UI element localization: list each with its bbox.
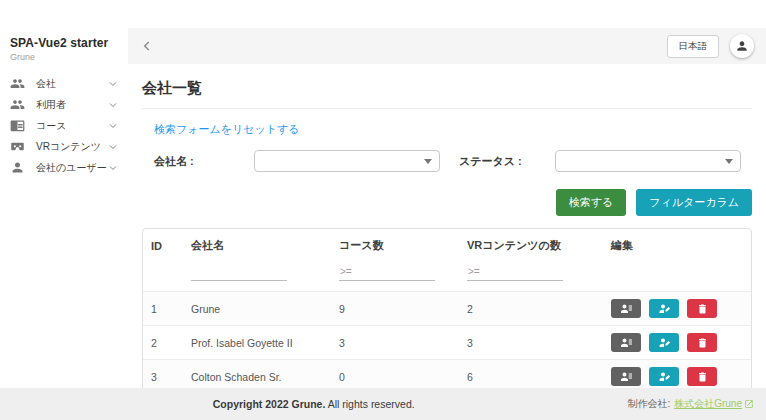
company-users-button[interactable] — [611, 333, 641, 352]
trash-icon — [696, 371, 709, 383]
copyright-rest: All rights reserved. — [325, 398, 414, 410]
cell-actions — [603, 326, 751, 360]
cell-company-name: Prof. Isabel Goyette II — [183, 326, 331, 360]
name-filter-input[interactable] — [191, 263, 287, 281]
sidebar-item-company[interactable]: 会社 — [10, 73, 118, 94]
course-count-filter-input[interactable] — [339, 263, 435, 281]
credit-label: 制作会社: — [627, 397, 670, 411]
vr-count-filter-input[interactable] — [467, 263, 563, 281]
cell-actions — [603, 360, 751, 389]
sidebar-item-users[interactable]: 利用者 — [10, 94, 118, 115]
search-button[interactable]: 検索する — [556, 189, 627, 216]
filter-columns-button[interactable]: フィルターカラム — [636, 189, 752, 216]
status-select[interactable] — [555, 150, 741, 172]
form-actions: 検索する フィルターカラム — [142, 189, 752, 216]
column-header-course-count: コース数 — [331, 229, 459, 261]
groups-icon — [10, 97, 25, 112]
avatar[interactable] — [730, 34, 754, 58]
cell-course-count: 9 — [331, 292, 459, 326]
sidebar-item-label: 会社のユーザー — [36, 161, 107, 175]
sidebar-item-label: VRコンテンツ — [36, 140, 101, 154]
book-icon — [10, 118, 25, 133]
cell-company-name: Colton Schaden Sr. — [183, 360, 331, 389]
sidebar-item-vr-contents[interactable]: VRコンテンツ — [10, 136, 118, 157]
table-filter-row — [143, 261, 751, 292]
edit-company-button[interactable] — [649, 367, 679, 386]
sidebar-item-course[interactable]: コース — [10, 115, 118, 136]
delete-company-button[interactable] — [687, 333, 717, 352]
user-list-icon — [620, 337, 633, 349]
cell-actions — [603, 292, 751, 326]
chevron-down-icon — [725, 159, 733, 164]
user-edit-icon — [658, 303, 671, 315]
chevron-down-icon — [108, 100, 118, 110]
cell-course-count: 3 — [331, 326, 459, 360]
column-header-edit: 編集 — [603, 229, 751, 261]
trash-icon — [696, 337, 709, 349]
language-button[interactable]: 日本語 — [667, 35, 720, 58]
cell-id: 1 — [143, 292, 183, 326]
companies-table: ID 会社名 コース数 VRコンテンツの数 編集 — [142, 228, 752, 388]
company-users-button[interactable] — [611, 299, 641, 318]
delete-company-button[interactable] — [687, 367, 717, 386]
back-chevron-icon[interactable] — [140, 39, 154, 53]
status-label: ステータス : — [447, 154, 555, 169]
page-title: 会社一覧 — [142, 76, 752, 109]
sidebar-item-label: 利用者 — [36, 98, 66, 112]
trash-icon — [696, 303, 709, 315]
sidebar-item-company-users[interactable]: 会社のユーザー — [10, 157, 118, 178]
delete-company-button[interactable] — [687, 299, 717, 318]
table-row: 2 Prof. Isabel Goyette II 3 3 — [143, 326, 751, 360]
user-edit-icon — [658, 371, 671, 383]
table-row: 3 Colton Schaden Sr. 0 6 — [143, 360, 751, 389]
sidebar-item-label: コース — [36, 119, 66, 133]
chevron-down-icon — [108, 121, 118, 131]
table-row: 1 Grune 9 2 — [143, 292, 751, 326]
topbar: 日本語 — [128, 28, 766, 64]
cell-course-count: 0 — [331, 360, 459, 389]
cell-vr-count: 2 — [459, 292, 603, 326]
credit-link[interactable]: 株式会社Grune — [674, 397, 754, 411]
app-title: SPA-Vue2 starter — [10, 36, 118, 50]
sidebar: SPA-Vue2 starter Grune 会社 利用者 コース — [0, 28, 128, 388]
cell-vr-count: 3 — [459, 326, 603, 360]
cell-id: 2 — [143, 326, 183, 360]
user-edit-icon — [658, 337, 671, 349]
vr-headset-icon — [10, 139, 25, 154]
company-users-button[interactable] — [611, 367, 641, 386]
chevron-down-icon — [108, 163, 118, 173]
edit-company-button[interactable] — [649, 333, 679, 352]
company-name-group: 会社名 : — [142, 150, 447, 172]
sidebar-item-label: 会社 — [36, 77, 56, 91]
chevron-down-icon — [108, 79, 118, 89]
table-header-row: ID 会社名 コース数 VRコンテンツの数 編集 — [143, 229, 751, 261]
company-name-select[interactable] — [254, 150, 440, 172]
company-name-label: 会社名 : — [142, 154, 254, 169]
sidebar-nav: 会社 利用者 コース VRコ — [10, 73, 118, 178]
column-header-company-name: 会社名 — [183, 229, 331, 261]
groups-icon — [10, 76, 25, 91]
column-header-vr-count: VRコンテンツの数 — [459, 229, 603, 261]
credit-link-text: 株式会社Grune — [674, 397, 742, 411]
main-content: 会社一覧 検索フォームをリセットする 会社名 : ステータス : 検索する フィ… — [128, 64, 766, 388]
cell-id: 3 — [143, 360, 183, 389]
chevron-down-icon — [108, 142, 118, 152]
copyright-strong: Copyright 2022 Grune. — [213, 398, 326, 410]
status-group: ステータス : — [447, 150, 752, 172]
chevron-down-icon — [424, 159, 432, 164]
user-list-icon — [620, 303, 633, 315]
copyright-text: Copyright 2022 Grune. All rights reserve… — [0, 398, 627, 410]
cell-company-name: Grune — [183, 292, 331, 326]
person-icon — [10, 160, 25, 175]
reset-search-form-link[interactable]: 検索フォームをリセットする — [154, 122, 300, 137]
cell-vr-count: 6 — [459, 360, 603, 389]
search-form: 会社名 : ステータス : — [142, 150, 752, 172]
footer: Copyright 2022 Grune. All rights reserve… — [0, 388, 766, 420]
table-body: 1 Grune 9 2 2 Prof. Isabel Goyette II 3 … — [143, 292, 751, 389]
person-icon — [735, 39, 749, 53]
edit-company-button[interactable] — [649, 299, 679, 318]
external-link-icon — [744, 399, 754, 409]
user-list-icon — [620, 371, 633, 383]
app-subtitle: Grune — [10, 52, 118, 62]
column-header-id: ID — [143, 229, 183, 261]
